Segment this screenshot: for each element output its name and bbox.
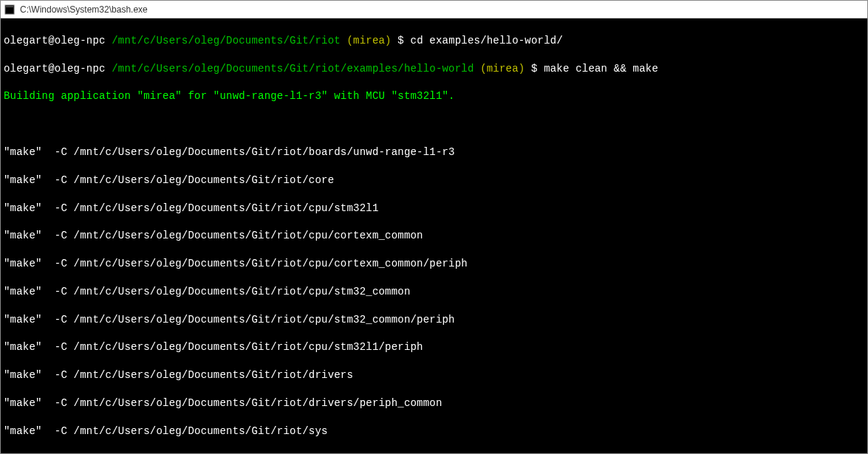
make-output-line: "make" -C /mnt/c/Users/oleg/Documents/Gi… <box>4 173 864 188</box>
terminal-area[interactable]: olegart@oleg-npc /mnt/c/Users/oleg/Docum… <box>1 18 867 453</box>
svg-rect-1 <box>6 6 13 7</box>
prompt-line-0: olegart@oleg-npc /mnt/c/Users/oleg/Docum… <box>4 34 864 48</box>
make-output-line: "make" -C /mnt/c/Users/oleg/Documents/Gi… <box>4 257 864 271</box>
prompt-user: olegart@oleg-npc <box>4 63 106 75</box>
prompt-path: /mnt/c/Users/oleg/Documents/Git/riot <box>112 35 341 47</box>
make-output-line: "make" -C /mnt/c/Users/oleg/Documents/Gi… <box>4 202 864 216</box>
prompt-path: /mnt/c/Users/oleg/Documents/Git/riot/exa… <box>112 63 474 75</box>
build-message: Building application "mirea" for "unwd-r… <box>4 89 864 103</box>
prompt-symbol: $ <box>531 63 538 75</box>
window-title: C:\Windows\System32\bash.exe <box>20 4 148 15</box>
prompt-branch: (mirea) <box>347 35 392 47</box>
prompt-command: cd examples/hello-world/ <box>411 35 563 47</box>
make-output-line: "make" -C /mnt/c/Users/oleg/Documents/Gi… <box>4 145 864 159</box>
make-output-line: "make" -C /mnt/c/Users/oleg/Documents/Gi… <box>4 396 864 410</box>
blank-line <box>4 117 864 131</box>
prompt-line-1: olegart@oleg-npc /mnt/c/Users/oleg/Docum… <box>4 62 864 76</box>
prompt-command: make clean && make <box>544 63 658 75</box>
make-output-line: "make" -C /mnt/c/Users/oleg/Documents/Gi… <box>4 340 864 354</box>
app-icon <box>4 4 16 16</box>
prompt-user: olegart@oleg-npc <box>4 35 106 47</box>
make-output-line: "make" -C /mnt/c/Users/oleg/Documents/Gi… <box>4 424 864 438</box>
prompt-branch: (mirea) <box>480 63 524 75</box>
prompt-symbol: $ <box>397 35 404 47</box>
make-output-line: "make" -C /mnt/c/Users/oleg/Documents/Gi… <box>4 368 864 382</box>
make-output-line: "make" -C /mnt/c/Users/oleg/Documents/Gi… <box>4 313 864 327</box>
make-output-line: "make" -C /mnt/c/Users/oleg/Documents/Gi… <box>4 285 864 299</box>
make-output-line: "make" -C /mnt/c/Users/oleg/Documents/Gi… <box>4 229 864 243</box>
window-titlebar[interactable]: C:\Windows\System32\bash.exe <box>1 1 867 18</box>
